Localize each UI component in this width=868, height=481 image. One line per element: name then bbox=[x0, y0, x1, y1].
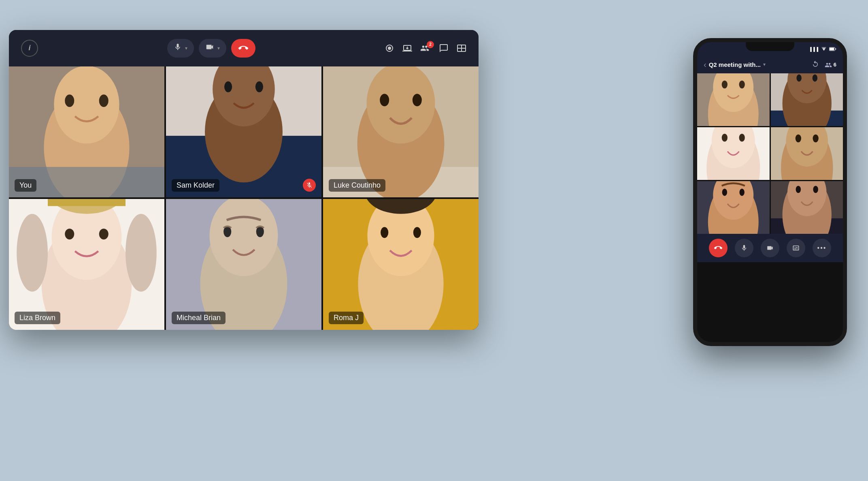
face-micheal bbox=[166, 199, 321, 330]
apps-button[interactable] bbox=[457, 43, 466, 53]
info-icon: i bbox=[28, 44, 30, 52]
face-sam bbox=[166, 66, 321, 197]
phone-cell-sam bbox=[771, 73, 843, 126]
record-button[interactable] bbox=[385, 43, 394, 53]
back-button[interactable]: ‹ bbox=[704, 60, 706, 69]
phone-participants[interactable]: 6 bbox=[825, 61, 836, 68]
svg-point-48 bbox=[739, 80, 745, 88]
toolbar-left: i bbox=[21, 40, 38, 57]
camera-icon bbox=[205, 43, 214, 53]
svg-point-38 bbox=[381, 227, 388, 238]
battery-icon bbox=[829, 47, 836, 52]
mic-icon bbox=[174, 43, 182, 53]
name-tag-luke: Luke Coutinho bbox=[329, 179, 385, 192]
toolbar-right: 2 bbox=[385, 43, 466, 53]
svg-point-32 bbox=[210, 199, 278, 276]
svg-rect-42 bbox=[830, 47, 834, 50]
svg-point-5 bbox=[65, 94, 74, 107]
wifi-icon bbox=[821, 47, 827, 52]
video-cell-you: You bbox=[9, 66, 164, 197]
phone-notch bbox=[746, 42, 794, 51]
phone-more-button[interactable]: ••• bbox=[813, 239, 831, 257]
video-cell-luke: Luke Coutinho bbox=[323, 66, 479, 197]
svg-point-60 bbox=[739, 133, 745, 141]
svg-point-29 bbox=[126, 214, 157, 291]
toolbar: i ▾ bbox=[9, 30, 479, 66]
svg-point-25 bbox=[99, 229, 108, 239]
desktop-app: i ▾ bbox=[9, 30, 479, 330]
video-cell-liza: Liza Brown bbox=[9, 199, 164, 330]
phone-cell-liza bbox=[697, 127, 770, 180]
svg-point-1 bbox=[388, 47, 391, 50]
name-tag-sam: Sam Kolder bbox=[172, 179, 219, 192]
svg-point-59 bbox=[722, 133, 728, 141]
svg-point-39 bbox=[413, 227, 421, 238]
end-call-button[interactable] bbox=[231, 39, 255, 58]
mute-indicator-sam bbox=[303, 179, 316, 192]
phone-header-right: 6 bbox=[812, 60, 836, 69]
video-cell-sam: Sam Kolder bbox=[166, 66, 321, 197]
svg-point-71 bbox=[739, 188, 744, 196]
name-tag-you: You bbox=[15, 179, 36, 192]
svg-point-76 bbox=[796, 186, 800, 193]
video-grid: You Sam Kolder bbox=[9, 66, 479, 330]
face-roma bbox=[323, 199, 479, 330]
toolbar-center: ▾ ▾ bbox=[167, 39, 255, 58]
name-tag-micheal: Micheal Brian bbox=[172, 312, 226, 324]
phone-participant-count: 6 bbox=[834, 62, 836, 68]
video-cell-roma: Roma J bbox=[323, 199, 479, 330]
phone-cell-luke bbox=[771, 127, 843, 180]
phone-camera-button[interactable] bbox=[761, 239, 779, 257]
svg-point-13 bbox=[255, 81, 263, 92]
svg-point-4 bbox=[54, 66, 119, 143]
phone-mic-button[interactable] bbox=[735, 239, 753, 257]
phone-cell-man1 bbox=[697, 181, 770, 234]
svg-point-19 bbox=[380, 94, 389, 106]
svg-point-70 bbox=[722, 188, 727, 196]
camera-chevron: ▾ bbox=[217, 45, 220, 51]
phone-bottom-bar: ••• bbox=[697, 234, 843, 262]
participants-badge: 2 bbox=[427, 41, 434, 48]
mic-chevron: ▾ bbox=[185, 45, 187, 51]
svg-point-66 bbox=[813, 134, 818, 142]
svg-point-6 bbox=[99, 94, 108, 107]
phone-timer-icon[interactable] bbox=[812, 60, 819, 69]
camera-button[interactable]: ▾ bbox=[199, 39, 226, 58]
face-luke bbox=[323, 66, 479, 197]
svg-point-53 bbox=[796, 74, 801, 81]
svg-point-47 bbox=[722, 80, 728, 88]
phone: ▐▐▐ ‹ Q2 meeting with... bbox=[693, 38, 847, 346]
svg-point-54 bbox=[812, 74, 817, 81]
phone-cell-you bbox=[697, 73, 770, 126]
info-button[interactable]: i bbox=[21, 40, 38, 57]
svg-point-77 bbox=[813, 186, 818, 193]
phone-captions-button[interactable] bbox=[787, 239, 805, 257]
phone-cell-man2 bbox=[771, 181, 843, 234]
participants-button[interactable]: 2 bbox=[420, 43, 431, 53]
screen-share-button[interactable] bbox=[402, 43, 412, 53]
more-dots-icon: ••• bbox=[817, 244, 827, 252]
scene: i ▾ bbox=[9, 18, 859, 464]
phone-meeting-title: Q2 meeting with... bbox=[709, 61, 761, 68]
name-tag-roma: Roma J bbox=[329, 312, 364, 324]
svg-point-24 bbox=[65, 229, 74, 239]
face-you bbox=[9, 66, 164, 197]
phone-header-left: ‹ Q2 meeting with... ▾ bbox=[704, 60, 766, 69]
svg-rect-27 bbox=[48, 199, 126, 206]
svg-point-12 bbox=[224, 81, 232, 92]
phone-video-grid bbox=[697, 73, 843, 234]
svg-point-28 bbox=[17, 214, 48, 291]
phone-end-call-button[interactable] bbox=[709, 239, 728, 257]
signal-bars: ▐▐▐ bbox=[809, 47, 819, 51]
chat-button[interactable] bbox=[439, 43, 449, 53]
video-cell-micheal: Micheal Brian bbox=[166, 199, 321, 330]
svg-rect-43 bbox=[836, 48, 836, 49]
svg-point-65 bbox=[795, 134, 801, 142]
phone-header: ‹ Q2 meeting with... ▾ 6 bbox=[697, 57, 843, 73]
title-dropdown-icon[interactable]: ▾ bbox=[763, 62, 766, 67]
svg-point-18 bbox=[367, 66, 435, 143]
face-liza bbox=[9, 199, 164, 330]
mic-button[interactable]: ▾ bbox=[167, 39, 194, 58]
name-tag-liza: Liza Brown bbox=[15, 312, 60, 324]
svg-point-20 bbox=[413, 94, 422, 106]
